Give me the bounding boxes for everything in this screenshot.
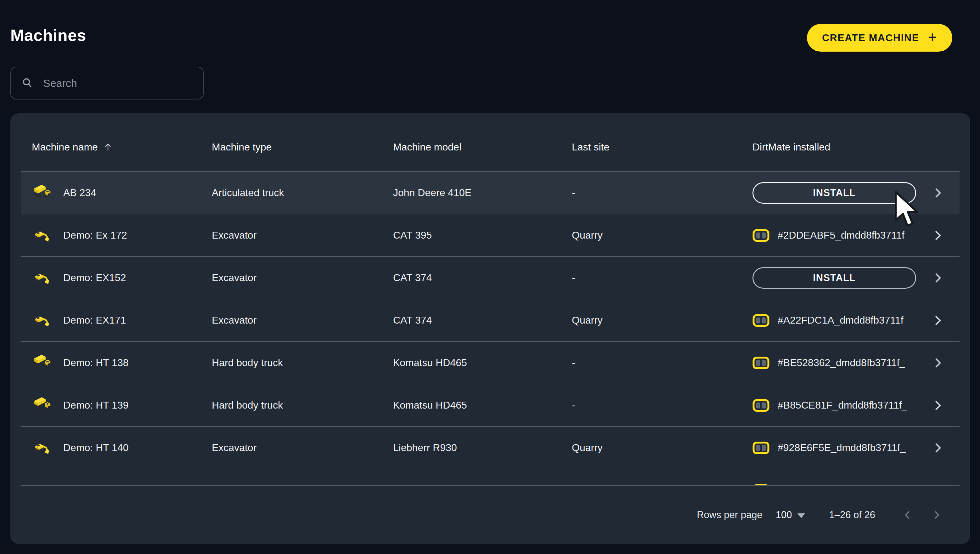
- machine-model: Komatsu HD465: [393, 357, 467, 368]
- table: Machine name Machine type Machine model …: [21, 113, 959, 486]
- machine-name: Demo: HT 140: [63, 442, 129, 454]
- dirtmate-id-text: #BE528362_dmdd8fb3711f_: [778, 357, 905, 369]
- dirtmate-id-text: #2DDEABF5_dmdd8fb3711f: [778, 229, 904, 241]
- table-row[interactable]: AB 234 Articulated truck John Deere 410E…: [21, 171, 959, 214]
- table-row[interactable]: Demo: Ex 172 Excavator CAT 395 Quarry #2…: [21, 214, 959, 256]
- install-button-label: INSTALL: [813, 187, 856, 199]
- machine-model: Komatsu HD465: [393, 400, 467, 411]
- machine-type: Excavator: [212, 442, 256, 453]
- dirtmate-id-text: #928E6F5E_dmdd8fb3711f_: [778, 442, 906, 454]
- dirtmate-device-icon: [752, 484, 770, 486]
- chevron-right-icon[interactable]: [931, 399, 945, 412]
- search-input[interactable]: [43, 77, 193, 90]
- chevron-left-icon: [902, 509, 913, 521]
- install-button[interactable]: INSTALL: [752, 267, 916, 289]
- last-site: Quarry: [572, 314, 603, 326]
- dirtmate-id: #B85CE81F_dmdd8fb3711f_: [752, 398, 907, 412]
- rows-per-page-label: Rows per page: [697, 509, 762, 521]
- excavator-icon: [32, 480, 52, 486]
- triangle-down-icon: [797, 513, 805, 518]
- dump-truck-icon: [32, 183, 52, 203]
- machine-model: CAT 374: [393, 272, 432, 283]
- previous-page-button[interactable]: [900, 508, 915, 522]
- rows-per-page-select[interactable]: 100: [776, 509, 805, 521]
- excavator-icon: [32, 225, 52, 246]
- excavator-icon: [32, 310, 52, 331]
- dirtmate-device-icon: [752, 356, 770, 370]
- dirtmate-device-icon: [752, 229, 770, 242]
- table-row[interactable]: Demo: HT 140 Excavator Liebherr R930 Qua…: [21, 426, 959, 469]
- table-row[interactable]: [21, 469, 959, 486]
- last-site: -: [572, 357, 575, 368]
- search-box[interactable]: [10, 67, 204, 99]
- machine-type: Hard body truck: [212, 357, 283, 368]
- create-machine-button[interactable]: CREATE MACHINE +: [807, 24, 952, 52]
- machine-type: Hard body truck: [212, 400, 283, 411]
- table-row[interactable]: Demo: EX171 Excavator CAT 374 Quarry #A2…: [21, 299, 959, 341]
- column-header-dirtmate-installed[interactable]: DirtMate installed: [752, 141, 916, 153]
- dirtmate-device-icon: [752, 398, 770, 412]
- table-body: AB 234 Articulated truck John Deere 410E…: [21, 171, 959, 469]
- dirtmate-id: #2DDEABF5_dmdd8fb3711f: [752, 229, 904, 242]
- machine-type: Excavator: [212, 314, 256, 326]
- sort-ascending-icon: [103, 142, 113, 152]
- table-row[interactable]: Demo: EX152 Excavator CAT 374 - INSTALL: [21, 256, 959, 299]
- machines-table-card: Machine name Machine type Machine model …: [10, 113, 970, 544]
- machine-model: John Deere 410E: [393, 187, 471, 198]
- chevron-right-icon[interactable]: [931, 186, 945, 199]
- machine-type: Articulated truck: [212, 187, 284, 198]
- machine-type: Excavator: [212, 272, 256, 283]
- last-site: -: [572, 400, 575, 411]
- dirtmate-id-text: #A22FDC1A_dmdd8fb3711f: [778, 314, 904, 326]
- partial-row-clip: [21, 469, 959, 486]
- chevron-right-icon[interactable]: [931, 314, 945, 327]
- excavator-icon: [32, 267, 52, 288]
- chevron-right-icon[interactable]: [931, 271, 945, 285]
- page-title: Machines: [10, 26, 86, 45]
- dirtmate-id: #928E6F5E_dmdd8fb3711f_: [752, 441, 906, 455]
- machine-model: CAT 374: [393, 314, 432, 326]
- dirtmate-device-icon: [752, 314, 770, 327]
- table-row[interactable]: Demo: HT 139 Hard body truck Komatsu HD4…: [21, 384, 959, 426]
- dirtmate-id: #BE528362_dmdd8fb3711f_: [752, 356, 905, 370]
- machine-name: Demo: HT 138: [63, 357, 129, 369]
- create-machine-label: CREATE MACHINE: [822, 32, 919, 44]
- search-icon: [21, 77, 34, 89]
- last-site: -: [572, 187, 575, 198]
- machine-name: Demo: EX152: [63, 272, 126, 283]
- machine-name: AB 234: [63, 187, 96, 199]
- machine-name: Demo: HT 139: [63, 400, 129, 411]
- chevron-right-icon: [931, 509, 942, 521]
- excavator-icon: [32, 438, 52, 458]
- last-site: Quarry: [572, 442, 603, 453]
- machine-name: Demo: EX171: [63, 314, 126, 326]
- pagination-range: 1–26 of 26: [829, 509, 875, 521]
- dirtmate-id: [752, 484, 778, 486]
- machine-model: Liebherr R930: [393, 442, 457, 453]
- dirtmate-device-icon: [752, 441, 770, 455]
- machine-name: Demo: Ex 172: [63, 229, 127, 241]
- plus-icon: +: [928, 28, 937, 46]
- column-header-machine-name[interactable]: Machine name: [32, 141, 212, 153]
- dump-truck-icon: [32, 395, 52, 416]
- dirtmate-id-text: #B85CE81F_dmdd8fb3711f_: [778, 400, 907, 411]
- column-header-machine-type[interactable]: Machine type: [212, 141, 393, 153]
- chevron-right-icon[interactable]: [931, 441, 945, 455]
- column-header-last-site[interactable]: Last site: [572, 141, 752, 153]
- machine-type: Excavator: [212, 229, 256, 241]
- pagination-bar: Rows per page 100 1–26 of 26: [10, 486, 970, 544]
- chevron-right-icon[interactable]: [931, 229, 945, 242]
- last-site: -: [572, 272, 575, 283]
- machine-model: CAT 395: [393, 229, 432, 241]
- install-button[interactable]: INSTALL: [752, 182, 916, 204]
- last-site: Quarry: [572, 229, 603, 241]
- table-header-row: Machine name Machine type Machine model …: [21, 113, 959, 171]
- dump-truck-icon: [32, 353, 52, 373]
- table-row[interactable]: Demo: HT 138 Hard body truck Komatsu HD4…: [21, 341, 959, 384]
- chevron-right-icon[interactable]: [931, 356, 945, 369]
- install-button-label: INSTALL: [813, 272, 856, 283]
- next-page-button[interactable]: [929, 508, 944, 522]
- column-header-machine-model[interactable]: Machine model: [393, 141, 572, 153]
- rows-per-page-value: 100: [776, 509, 792, 521]
- dirtmate-id: #A22FDC1A_dmdd8fb3711f: [752, 314, 904, 327]
